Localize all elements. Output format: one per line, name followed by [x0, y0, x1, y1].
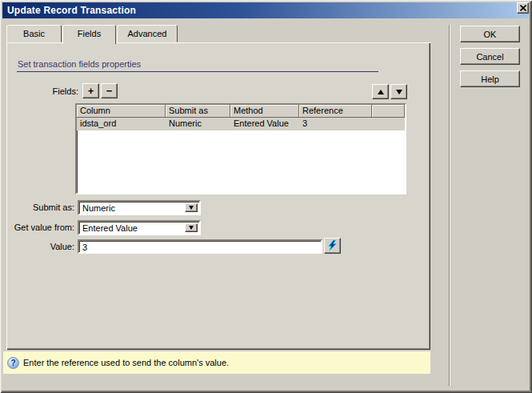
add-field-button[interactable]: +	[82, 83, 99, 98]
status-message: Enter the reference used to send the col…	[23, 358, 229, 367]
cell-submit-as: Numeric	[166, 118, 230, 130]
cell-filler	[372, 118, 405, 130]
lightning-icon	[327, 240, 338, 251]
tab-fields[interactable]: Fields	[62, 25, 116, 44]
close-icon	[520, 5, 526, 11]
status-bar: ? Enter the reference used to send the c…	[3, 351, 430, 374]
value-label: Value:	[6, 242, 74, 251]
cancel-button[interactable]: Cancel	[460, 48, 520, 65]
submit-as-dropdown-button[interactable]	[185, 203, 198, 212]
get-value-from-label: Get value from:	[6, 223, 74, 232]
chevron-down-icon	[189, 226, 194, 230]
submit-as-value: Numeric	[82, 203, 183, 213]
dynamic-data-button[interactable]	[324, 238, 341, 254]
section-header: Set transaction fields properties	[18, 59, 141, 69]
chevron-down-icon	[189, 206, 194, 210]
header-column[interactable]: Column	[77, 105, 166, 118]
move-up-button[interactable]	[372, 84, 389, 99]
submit-as-label: Submit as:	[6, 203, 74, 212]
table-row[interactable]: idsta_ord Numeric Entered Value 3	[77, 118, 405, 130]
window-title: Update Record Transaction	[7, 5, 136, 16]
move-down-button[interactable]	[390, 84, 407, 99]
remove-field-button[interactable]: −	[101, 83, 118, 98]
get-value-from-dropdown-button[interactable]	[185, 223, 198, 232]
header-submit-as[interactable]: Submit as	[166, 105, 230, 118]
up-arrow-icon	[378, 90, 384, 94]
tab-basic[interactable]: Basic	[6, 25, 62, 42]
vertical-divider	[449, 25, 450, 386]
cell-column: idsta_ord	[77, 118, 166, 130]
update-record-transaction-dialog: Update Record Transaction Basic Fields A…	[0, 0, 532, 393]
get-value-from-select[interactable]: Entered Value	[78, 220, 201, 235]
get-value-from-value: Entered Value	[82, 223, 183, 233]
down-arrow-icon	[396, 90, 402, 94]
close-button[interactable]	[517, 2, 529, 14]
cell-reference: 3	[299, 118, 372, 130]
section-divider	[17, 71, 378, 72]
help-button[interactable]: Help	[460, 70, 520, 87]
value-input[interactable]	[78, 239, 322, 254]
table-header-row: Column Submit as Method Reference	[77, 105, 405, 118]
cell-method: Entered Value	[230, 118, 299, 130]
fields-list: Column Submit as Method Reference idsta_…	[75, 103, 406, 194]
fields-tab-panel: Set transaction fields properties Fields…	[6, 42, 430, 350]
tab-advanced[interactable]: Advanced	[117, 25, 178, 42]
header-method[interactable]: Method	[230, 105, 299, 118]
help-icon: ?	[7, 357, 19, 369]
fields-label: Fields:	[22, 86, 78, 96]
title-bar[interactable]: Update Record Transaction	[2, 2, 529, 18]
ok-button[interactable]: OK	[460, 26, 520, 42]
header-filler	[372, 105, 405, 118]
header-reference[interactable]: Reference	[299, 105, 372, 118]
submit-as-select[interactable]: Numeric	[78, 200, 201, 215]
